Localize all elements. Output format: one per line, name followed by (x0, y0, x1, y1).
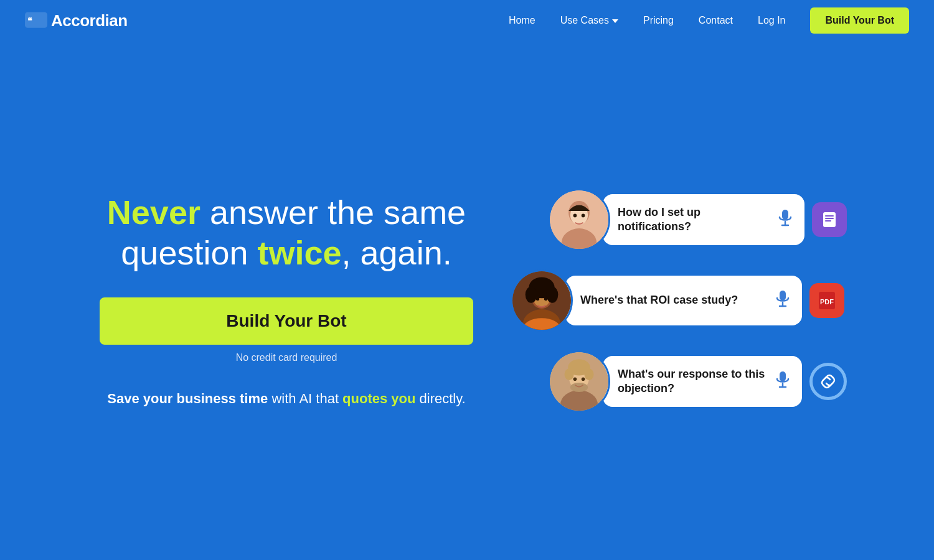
mic-icon-3 (776, 371, 790, 392)
mic-icon-1 (778, 209, 792, 230)
mic-icon-2 (776, 290, 790, 311)
chat-row-3: What's our response to this objection? (548, 350, 847, 413)
avatar-asian-woman (550, 190, 608, 249)
sub-with-ai: with AI that (268, 391, 342, 406)
chat-bubble-1: How do I set up notifications? (603, 194, 804, 246)
logo[interactable]: ❝ Accordian (25, 11, 128, 30)
hero-right: How do I set up notifications? (511, 189, 859, 413)
svg-point-38 (582, 377, 585, 381)
nav-pricing[interactable]: Pricing (643, 15, 674, 26)
svg-rect-12 (825, 215, 834, 217)
avatar-white-man (550, 352, 608, 411)
chat-bubble-2: Where's that ROI case study? (565, 276, 802, 325)
avatar-3 (548, 350, 610, 413)
svg-point-21 (547, 286, 559, 302)
nav-links: Home Use Cases Pricing Contact Log In Bu… (509, 7, 909, 34)
logo-icon: ❝ (25, 12, 47, 29)
hero-left: Never answer the same question twice, ag… (100, 192, 473, 409)
nav-use-cases[interactable]: Use Cases (560, 15, 618, 26)
svg-point-7 (582, 214, 585, 218)
svg-rect-39 (780, 371, 786, 381)
no-credit-card-text: No credit card required (100, 352, 473, 363)
avatar-black-woman (512, 271, 571, 330)
svg-text:PDF: PDF (820, 298, 834, 306)
sub-directly: directly. (415, 391, 465, 406)
chat-text-3: What's our response to this objection? (618, 367, 767, 396)
chat-bubble-3: What's our response to this objection? (603, 356, 802, 408)
nav-home[interactable]: Home (509, 15, 535, 26)
svg-rect-25 (780, 291, 786, 301)
svg-rect-14 (825, 220, 831, 222)
heading-end: , again. (342, 234, 452, 271)
chat-row-2: Where's that ROI case study? PDF (511, 269, 847, 332)
hero-build-bot-button[interactable]: Build Your Bot (100, 297, 473, 345)
chat-row-1: How do I set up notifications? (548, 189, 847, 251)
nav-contact[interactable]: Contact (699, 15, 733, 26)
svg-text:❝: ❝ (27, 16, 32, 26)
hero-heading: Never answer the same question twice, ag… (100, 192, 473, 273)
main-nav: ❝ Accordian Home Use Cases Pricing Conta… (0, 0, 934, 41)
heading-never: Never (107, 194, 200, 231)
svg-point-35 (584, 368, 593, 380)
svg-point-22 (536, 297, 540, 301)
badge-pdf-icon: PDF (809, 283, 844, 318)
sub-save-time: Save your business time (107, 391, 268, 406)
svg-rect-8 (782, 210, 788, 220)
avatar-1 (548, 189, 610, 251)
heading-twice: twice (257, 234, 341, 271)
chevron-down-icon (612, 19, 618, 23)
svg-rect-11 (823, 212, 836, 227)
avatar-2 (511, 269, 573, 332)
logo-text: Accordian (51, 11, 128, 30)
sub-quotes-you: quotes you (342, 391, 415, 406)
nav-login[interactable]: Log In (758, 15, 785, 26)
chat-text-2: Where's that ROI case study? (580, 293, 767, 307)
badge-link-icon (809, 363, 847, 400)
svg-point-34 (565, 368, 574, 380)
badge-doc-icon-1 (812, 202, 847, 237)
svg-rect-13 (825, 218, 834, 219)
nav-build-bot-button[interactable]: Build Your Bot (810, 7, 909, 34)
svg-point-20 (526, 286, 537, 302)
svg-point-6 (573, 214, 577, 218)
svg-point-37 (573, 377, 577, 381)
hero-section: Never answer the same question twice, ag… (0, 41, 934, 560)
svg-point-23 (544, 297, 548, 301)
hero-subtext: Save your business time with AI that quo… (100, 388, 473, 409)
chat-text-1: How do I set up notifications? (618, 205, 770, 235)
